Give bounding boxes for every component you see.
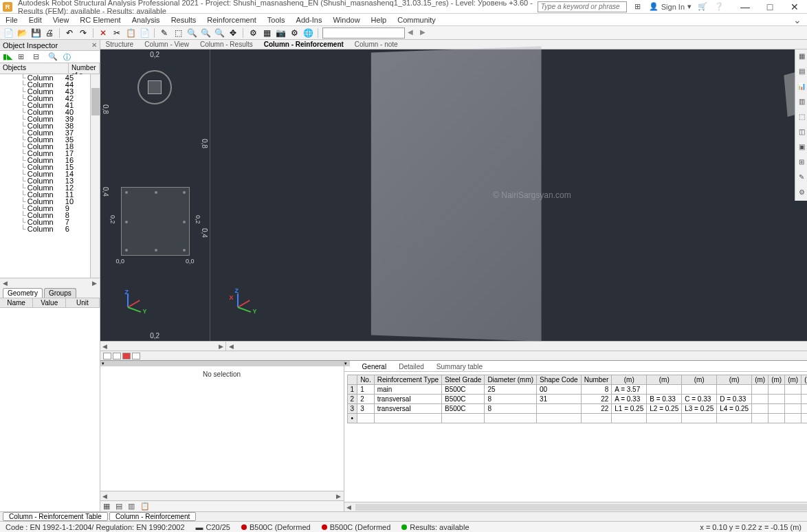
vp2-scroll-left[interactable]: ◀ (226, 343, 236, 350)
menu-help[interactable]: Help (371, 16, 387, 24)
redo-icon[interactable]: ↷ (78, 27, 89, 38)
prop-name-col[interactable]: Name (0, 298, 33, 307)
collapse-icon[interactable]: ⊟ (33, 52, 43, 62)
globe-icon[interactable]: 🌐 (302, 27, 313, 38)
rt-icon-5[interactable]: ⬚ (797, 113, 806, 122)
close-button[interactable]: ✕ (785, 1, 804, 12)
viewmode-3[interactable] (122, 353, 131, 359)
maximize-button[interactable]: □ (760, 1, 780, 12)
vp1-scroll-right[interactable]: ▶ (216, 343, 225, 350)
menu-community[interactable]: Community (397, 16, 436, 24)
reinforcement-table[interactable]: No.Reinforcement TypeSteel GradeDiameter… (344, 372, 807, 502)
table-header[interactable]: (m) (647, 375, 682, 385)
rt-icon-1[interactable]: ▦ (797, 52, 806, 62)
prev-arrow-icon[interactable]: ◀ (408, 28, 417, 38)
table-header[interactable] (347, 375, 357, 385)
vp1-scroll-left[interactable]: ◀ (100, 343, 110, 350)
screenshot-icon[interactable]: 📷 (275, 27, 286, 38)
search-icon[interactable]: 🔍 (48, 52, 58, 62)
cut-icon[interactable]: ✂ (111, 27, 122, 38)
tab-geometry[interactable]: Geometry (3, 288, 43, 298)
table-header[interactable]: No. (357, 375, 375, 385)
scroll-right-icon[interactable]: ▶ (90, 280, 100, 287)
settings-icon[interactable]: ⚙ (289, 27, 300, 38)
menu-edit[interactable]: Edit (29, 16, 42, 24)
scroll-left-icon[interactable]: ◀ (0, 280, 10, 287)
tab-detailed[interactable]: Detailed (395, 362, 428, 371)
menu-tools[interactable]: Tools (267, 16, 285, 24)
table-header[interactable]: (m) (612, 375, 647, 385)
bl-icon2[interactable]: ▤ (115, 502, 125, 511)
rt-icon-8[interactable]: ⊞ (797, 158, 806, 168)
bl-icon1[interactable]: ▦ (103, 502, 113, 511)
table-header[interactable]: (m) (769, 375, 785, 385)
menu-addins[interactable]: Add-Ins (296, 16, 322, 24)
table-row[interactable]: 22transversalB500C83122A = 0.33B = 0.33C… (347, 395, 807, 404)
table-row[interactable]: 33transversalB500C822L1 = 0.25L2 = 0.25L… (347, 404, 807, 414)
tab-col-note[interactable]: Column - note (352, 41, 401, 48)
new-icon[interactable]: 📄 (3, 27, 14, 38)
inspector-close-icon[interactable]: ✕ (91, 41, 97, 49)
viewmode-2[interactable] (113, 353, 121, 359)
viewport-2d[interactable]: 0,2 0,2 0,8 0,4 0,8 0,4 (100, 49, 210, 341)
menu-results[interactable]: Results (171, 16, 197, 24)
undo-icon[interactable]: ↶ (64, 27, 75, 38)
menu-view[interactable]: View (53, 16, 69, 24)
tab-groups[interactable]: Groups (44, 288, 76, 298)
rt-icon-4[interactable]: ▥ (797, 98, 806, 107)
table-header[interactable]: (m) (717, 375, 752, 385)
rt-icon-9[interactable]: ✎ (797, 173, 806, 183)
objects-list[interactable]: └Column45└Column44└Column43└Column42└Col… (0, 74, 100, 278)
signin-button[interactable]: 👤 Sign In ▾ (649, 2, 692, 11)
table-header[interactable]: Reinforcement Type (374, 375, 441, 385)
tab-col-reinforcement[interactable]: Column - Reinforcement (261, 41, 346, 48)
table-handle[interactable]: ▾ (344, 361, 350, 366)
search-input[interactable] (538, 1, 627, 12)
table-row[interactable]: 11mainB500C25008A = 3.57 (347, 385, 807, 395)
tree-icon[interactable]: ⊞ (18, 52, 27, 62)
calc-icon[interactable]: ⚙ (247, 27, 258, 38)
numberof-col[interactable]: Number of o... (69, 63, 100, 74)
filter-icon[interactable]: ▮◣ (3, 52, 12, 62)
prop-value-col[interactable]: Value (33, 298, 66, 307)
minimize-button[interactable]: — (736, 1, 755, 12)
panel-handle[interactable]: ▾ (100, 361, 344, 366)
tab-col-results[interactable]: Column - Results (197, 41, 256, 48)
table-scroll-left[interactable]: ◀ (344, 504, 354, 511)
table-header[interactable]: Steel Grade (442, 375, 485, 385)
table-header[interactable]: (m) (785, 375, 802, 385)
tab-general[interactable]: General (358, 362, 391, 371)
help-icon[interactable]: ❔ (714, 1, 725, 12)
table-header[interactable]: Number (581, 375, 612, 385)
table-header[interactable]: (m) (802, 375, 807, 385)
menu-analysis[interactable]: Analysis (132, 16, 160, 24)
zoomout-icon[interactable]: 🔍 (214, 27, 225, 38)
rt-icon-3[interactable]: 📊 (797, 82, 806, 92)
rt-icon-6[interactable]: ◫ (797, 128, 806, 137)
tab-structure[interactable]: Structure (103, 41, 137, 48)
viewport-3d[interactable]: © NairiSargsyan.com TOP X Y Z (210, 49, 807, 341)
menu-window[interactable]: Window (333, 16, 360, 24)
menu-file[interactable]: File (5, 16, 18, 24)
paste-icon[interactable]: 📄 (139, 27, 150, 38)
objects-scrollbar[interactable] (90, 74, 100, 278)
cart-icon[interactable]: 🛒 (697, 1, 708, 12)
print-icon[interactable]: 🖨 (44, 27, 55, 38)
table-header[interactable]: Diameter (mm) (485, 375, 537, 385)
menu-chevron-icon[interactable]: ⌄ (793, 14, 802, 25)
object-row[interactable]: └Column6 (0, 225, 100, 232)
zoomin-icon[interactable]: 🔍 (200, 27, 211, 38)
menu-reinforcement[interactable]: Reinforcement (207, 16, 256, 24)
select-icon[interactable]: ⬚ (173, 27, 184, 38)
copy-icon[interactable]: 📋 (125, 27, 136, 38)
menu-rcelement[interactable]: RC Element (80, 16, 120, 24)
apps-icon[interactable]: ⊞ (632, 1, 643, 12)
save-icon[interactable]: 💾 (30, 27, 41, 38)
prop-unit-col[interactable]: Unit (66, 298, 99, 307)
open-icon[interactable]: 📂 (16, 27, 27, 38)
table-header[interactable]: (m) (682, 375, 717, 385)
objects-col[interactable]: Objects (0, 63, 69, 74)
rt-icon-7[interactable]: ▣ (797, 143, 806, 153)
footer-tab-table[interactable]: Column - Reinforcement Table (3, 512, 108, 521)
pan-icon[interactable]: ✥ (228, 27, 239, 38)
